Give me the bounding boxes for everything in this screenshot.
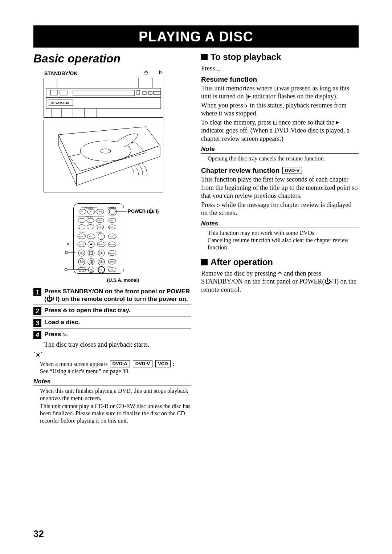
play-icon	[217, 204, 220, 207]
resume-p2-a: When you press	[201, 102, 245, 109]
front-panel-labels: STANDBY/ON	[44, 70, 163, 76]
disc-loading-figure	[44, 120, 163, 192]
note1-label: Note	[201, 146, 215, 152]
stop-icon	[273, 121, 277, 125]
step-2: 2 Press to open the disc tray.	[33, 305, 191, 317]
stop-press-post: .	[220, 65, 222, 72]
step-1: 1 Press STANDBY/ON on the front panel or…	[33, 286, 191, 305]
step-2-number: 2	[33, 307, 41, 315]
stop-title-text: To stop playback	[211, 52, 281, 62]
eject-icon	[63, 308, 67, 313]
eject-icon	[278, 272, 282, 276]
notes2-label-row: Notes	[201, 220, 359, 228]
step-2-pre: Press	[44, 307, 63, 314]
after-p-a: Remove the disc by pressing	[201, 270, 278, 277]
svg-rect-10	[154, 91, 161, 94]
brand-text: ⦿ YAMAHA	[51, 101, 70, 105]
after-title-text: After operation	[211, 257, 273, 267]
step-4-pre: Press	[44, 331, 63, 338]
step-4-number: 4	[33, 331, 41, 339]
chap-p2: Press while the message for chapter revi…	[201, 201, 359, 217]
chapter-head-text: Chapter review function	[201, 167, 282, 174]
stop-press-pre: Press	[201, 65, 217, 72]
step-4-body: The disc tray closes and playback starts…	[44, 341, 191, 349]
step-2-post: to open the disc tray.	[67, 307, 130, 314]
step-2-text: Press to open the disc tray.	[44, 306, 130, 314]
step-3: 3 Load a disc.	[33, 317, 191, 329]
resume-head: Resume function	[201, 76, 359, 83]
svg-rect-8	[143, 91, 146, 94]
svg-rect-7	[137, 90, 140, 95]
standby-label: STANDBY/ON	[44, 70, 78, 76]
stop-press-line: Press .	[201, 64, 359, 73]
left-column: Basic operation STANDBY/ON	[33, 52, 191, 424]
two-column-layout: Basic operation STANDBY/ON	[33, 52, 359, 424]
svg-rect-5	[60, 90, 67, 95]
tip-line: When a menu screen appears DVD-A DVD-V V…	[40, 360, 191, 368]
step-1-text: Press STANDBY/ON on the front panel or P…	[44, 288, 191, 303]
step-1-number: 1	[33, 288, 41, 296]
remote-figure: POWER POWER TV AV SLEEP TV MODE + + INPU…	[73, 203, 131, 274]
tip-icon: `☀´	[33, 351, 191, 359]
svg-rect-9	[148, 91, 152, 94]
resume-p3-c: indicator goes off. (When a DVD-Video di…	[201, 127, 350, 142]
tip-pre: When a menu screen appears	[40, 361, 109, 367]
notes2-n2: Canceling resume function will also clea…	[208, 237, 359, 251]
badge-dvdv: DVD-V	[133, 360, 152, 367]
note1-body: Opening the disc tray cancels the resume…	[208, 155, 359, 162]
step-4: 4 Press .	[33, 329, 191, 341]
chap-p2-a: Press	[201, 201, 217, 208]
step-3-number: 3	[33, 319, 41, 327]
left-notes-label-row: Notes	[33, 378, 191, 386]
resume-p3-b: once more so that the	[277, 119, 336, 126]
badge-dvdv-chap: DVD-V	[282, 167, 302, 174]
chap-p1: This function plays the first few second…	[201, 175, 359, 200]
play-solid-icon	[336, 121, 339, 125]
chapter-head: Chapter review function DVD-V	[201, 167, 359, 175]
step-4-text: Press .	[44, 330, 68, 338]
after-p: Remove the disc by pressing and then pre…	[201, 269, 359, 294]
play-icon	[245, 104, 248, 108]
badge-vcd: VCD	[155, 360, 170, 367]
notes2-n1: This function may not work with some DVD…	[208, 229, 359, 237]
svg-rect-4	[50, 90, 58, 95]
remote-power-label: POWER (⏻/ I)	[128, 208, 179, 214]
resume-p1-c: indicator flashes on the display).	[251, 93, 338, 100]
resume-p2: When you press in this status, playback …	[201, 101, 359, 118]
remote-model-note: (U.S.A. model)	[55, 277, 191, 283]
right-column: To stop playback Press . Resume function…	[201, 52, 359, 424]
note1-label-row: Note	[201, 146, 359, 154]
step-4-post: .	[66, 331, 68, 338]
front-panel-figure: ⦿ YAMAHA	[44, 78, 163, 118]
page-number: 32	[33, 528, 44, 539]
resume-p1: This unit memorizes where was pressed as…	[201, 84, 359, 101]
stop-icon	[274, 87, 278, 90]
after-title: After operation	[201, 257, 359, 267]
play-icon	[63, 333, 66, 337]
stop-title: To stop playback	[201, 52, 359, 62]
tip-post: :	[173, 361, 174, 367]
notes2-label: Notes	[201, 220, 218, 227]
title-bar: PLAYING A DISC	[33, 25, 359, 48]
left-notes-label: Notes	[33, 378, 50, 385]
svg-rect-96	[65, 251, 68, 254]
resume-p3: To clear the memory, press once more so …	[201, 118, 359, 143]
chap-p2-b: while the message for chapter review is …	[201, 201, 351, 217]
play-icon	[159, 70, 163, 74]
left-note-2: This unit cannot play a CD-R or CD-RW di…	[40, 403, 191, 424]
play-solid-icon	[248, 95, 251, 98]
step-3-text: Load a disc.	[44, 318, 80, 326]
badge-dvda: DVD-A	[110, 360, 130, 367]
svg-marker-20	[58, 135, 77, 186]
resume-p3-a: To clear the memory, press	[201, 119, 273, 126]
resume-p1-a: This unit memorizes where	[201, 85, 274, 92]
main-title: PLAYING A DISC	[33, 29, 359, 45]
section-title: Basic operation	[33, 52, 191, 65]
tip-line2: See “Using a disc's menu” on page 38.	[40, 368, 191, 375]
stop-icon	[217, 67, 220, 70]
svg-rect-6	[73, 90, 135, 96]
eject-icon	[144, 70, 148, 75]
left-note-1: When this unit finishes playing a DVD, t…	[40, 387, 191, 402]
svg-rect-3	[46, 88, 161, 98]
